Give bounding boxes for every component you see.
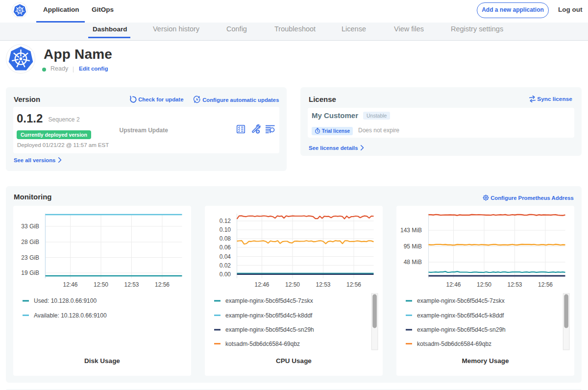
- svg-text:33 GiB: 33 GiB: [21, 223, 39, 230]
- svg-text:example-nginx-5bc6f5d4c5-7zskx: example-nginx-5bc6f5d4c5-7zskx: [417, 297, 505, 304]
- svg-text:12:50: 12:50: [94, 281, 108, 288]
- svg-text:12:53: 12:53: [507, 281, 522, 288]
- svg-text:12:53: 12:53: [316, 281, 330, 288]
- svg-text:12:56: 12:56: [538, 281, 553, 288]
- svg-text:kotsadm-5db6dc6584-69qbz: kotsadm-5db6dc6584-69qbz: [225, 340, 300, 347]
- svg-text:0.12: 0.12: [220, 218, 231, 224]
- svg-text:0.08: 0.08: [220, 235, 231, 242]
- svg-text:12:46: 12:46: [254, 281, 269, 288]
- svg-text:0.06: 0.06: [220, 244, 231, 251]
- svg-text:28 GiB: 28 GiB: [21, 239, 39, 245]
- svg-text:example-nginx-5bc6f5d4c5-7zskx: example-nginx-5bc6f5d4c5-7zskx: [225, 297, 313, 304]
- svg-text:48 MiB: 48 MiB: [404, 259, 422, 266]
- svg-text:0.04: 0.04: [220, 253, 231, 260]
- svg-text:12:50: 12:50: [477, 281, 491, 288]
- svg-text:example-nginx-5bc6f5d4c5-k8ddf: example-nginx-5bc6f5d4c5-k8ddf: [225, 312, 313, 318]
- svg-text:12:53: 12:53: [124, 281, 139, 288]
- svg-text:example-nginx-5bc6f5d4c5-k8ddf: example-nginx-5bc6f5d4c5-k8ddf: [417, 312, 504, 318]
- svg-text:Used: 10.128.0.66:9100: Used: 10.128.0.66:9100: [34, 297, 97, 304]
- svg-text:12:56: 12:56: [155, 281, 170, 288]
- svg-text:0.00: 0.00: [220, 270, 231, 277]
- svg-text:12:46: 12:46: [446, 281, 461, 288]
- svg-text:example-nginx-5bc6f5d4c5-sn29h: example-nginx-5bc6f5d4c5-sn29h: [417, 326, 506, 333]
- svg-text:19 GiB: 19 GiB: [21, 269, 39, 276]
- svg-text:Memory Usage: Memory Usage: [462, 357, 509, 364]
- svg-text:95 MiB: 95 MiB: [404, 243, 422, 249]
- svg-text:0.10: 0.10: [220, 226, 231, 233]
- svg-text:Disk Usage: Disk Usage: [84, 357, 120, 364]
- svg-text:example-nginx-5bc6f5d4c5-sn29h: example-nginx-5bc6f5d4c5-sn29h: [225, 326, 314, 333]
- svg-text:23 GiB: 23 GiB: [21, 254, 39, 261]
- svg-text:12:50: 12:50: [285, 281, 300, 288]
- svg-text:Available: 10.128.0.66:9100: Available: 10.128.0.66:9100: [34, 312, 107, 318]
- svg-text:143 MiB: 143 MiB: [400, 227, 422, 234]
- svg-text:12:46: 12:46: [63, 281, 77, 288]
- svg-text:0.02: 0.02: [220, 262, 231, 268]
- svg-text:12:56: 12:56: [346, 281, 361, 288]
- svg-text:CPU Usage: CPU Usage: [276, 357, 312, 364]
- svg-text:kotsadm-5db6dc6584-69qbz: kotsadm-5db6dc6584-69qbz: [417, 340, 491, 347]
